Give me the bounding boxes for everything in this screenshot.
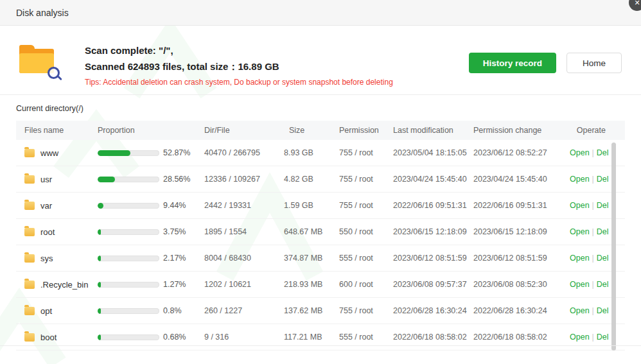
operate-cell: Open|Del <box>570 280 628 289</box>
folder-icon <box>24 281 35 289</box>
proportion-fill <box>98 256 101 261</box>
del-link[interactable]: Del <box>597 201 609 210</box>
del-link[interactable]: Del <box>597 227 609 236</box>
proportion-bar <box>98 150 159 156</box>
open-link[interactable]: Open <box>570 280 590 289</box>
bottom-divider <box>0 345 641 346</box>
column-header-files-name: Files name <box>16 126 98 135</box>
proportion-value: 52.87% <box>163 148 190 157</box>
table-row: .Recycle_bin 1.27% 1202 / 10621 218.93 M… <box>16 272 625 298</box>
table-scrollbar[interactable] <box>611 143 616 351</box>
permission-change: 2023/04/24 15:45:40 <box>473 175 570 184</box>
operate-cell: Open|Del <box>570 175 628 184</box>
file-name-cell: www <box>16 148 98 158</box>
permission: 600 / root <box>339 280 393 289</box>
file-name: .Recycle_bin <box>40 280 88 290</box>
permission: 555 / root <box>339 254 393 263</box>
folder-scan-icon <box>19 45 55 74</box>
proportion-value: 0.68% <box>163 333 186 342</box>
proportion-cell: 0.68% <box>98 333 204 342</box>
permission: 755 / root <box>339 148 393 157</box>
file-name-cell: usr <box>16 175 98 184</box>
file-name: usr <box>40 175 52 184</box>
del-link[interactable]: Del <box>597 148 609 157</box>
proportion-bar <box>98 282 159 288</box>
close-icon: ✕ <box>634 0 640 7</box>
file-name: opt <box>40 306 52 316</box>
permission-change: 2022/06/28 16:30:24 <box>473 306 570 315</box>
proportion-cell: 0.8% <box>98 306 204 315</box>
table-row: var 9.44% 2442 / 19331 1.59 GB 755 / roo… <box>16 193 625 219</box>
proportion-bar <box>98 203 159 209</box>
proportion-bar <box>98 256 159 261</box>
permission-change: 2022/06/18 08:58:02 <box>473 333 570 342</box>
folder-icon <box>24 307 35 315</box>
column-header-last-modification: Last modification <box>393 126 473 135</box>
column-header-permission: Permission <box>339 126 393 135</box>
column-header-dir-file: Dir/File <box>204 126 284 135</box>
link-separator: | <box>592 227 594 236</box>
file-name-cell: root <box>16 227 98 237</box>
dir-file-count: 40470 / 266795 <box>204 148 284 157</box>
open-link[interactable]: Open <box>570 175 590 184</box>
last-modification: 2023/05/04 18:15:05 <box>393 148 473 157</box>
history-record-button[interactable]: History record <box>469 53 556 73</box>
del-link[interactable]: Del <box>597 254 609 263</box>
dir-file-count: 1895 / 1554 <box>204 227 284 236</box>
open-link[interactable]: Open <box>570 148 590 157</box>
table-row: boot 0.68% 9 / 316 117.21 MB 555 / root … <box>16 324 625 351</box>
file-table: Files name Proportion Dir/File Size Perm… <box>16 121 625 351</box>
window-title: Disk analysis <box>16 8 69 18</box>
dir-file-count: 8004 / 68430 <box>204 254 284 263</box>
folder-icon <box>24 333 35 342</box>
dir-file-count: 9 / 316 <box>204 333 284 342</box>
window-titlebar: Disk analysis <box>0 0 641 26</box>
proportion-value: 3.75% <box>163 227 186 236</box>
open-link[interactable]: Open <box>570 227 590 236</box>
home-button[interactable]: Home <box>566 53 622 73</box>
proportion-value: 0.8% <box>163 306 182 315</box>
permission: 555 / root <box>339 333 393 342</box>
proportion-fill <box>98 282 101 288</box>
del-link[interactable]: Del <box>597 306 609 315</box>
column-header-permission-change: Permission change <box>473 126 570 135</box>
dir-file-count: 1202 / 10621 <box>204 280 284 289</box>
file-name-cell: opt <box>16 306 98 316</box>
operate-cell: Open|Del <box>570 306 628 315</box>
column-header-operate: Operate <box>570 126 625 135</box>
permission: 755 / root <box>339 175 393 184</box>
link-separator: | <box>592 306 594 315</box>
open-link[interactable]: Open <box>570 306 590 315</box>
del-link[interactable]: Del <box>597 333 609 342</box>
permission-change: 2023/06/12 08:52:27 <box>473 148 570 157</box>
del-link[interactable]: Del <box>597 175 609 184</box>
file-name-cell: .Recycle_bin <box>16 280 98 290</box>
table-row: root 3.75% 1895 / 1554 648.67 MB 550 / r… <box>16 219 625 245</box>
file-size: 8.93 GB <box>284 148 339 157</box>
last-modification: 2023/06/15 12:18:09 <box>393 227 473 236</box>
open-link[interactable]: Open <box>570 254 590 263</box>
operate-cell: Open|Del <box>570 148 628 157</box>
folder-icon <box>24 254 35 263</box>
link-separator: | <box>592 148 594 157</box>
permission-change: 2023/06/08 08:52:30 <box>473 280 570 289</box>
open-link[interactable]: Open <box>570 333 590 342</box>
dir-file-count: 260 / 1227 <box>204 306 284 315</box>
table-row: usr 28.56% 12336 / 109267 4.82 GB 755 / … <box>16 166 625 193</box>
table-row: sys 2.17% 8004 / 68430 374.87 MB 555 / r… <box>16 245 625 272</box>
file-name-cell: boot <box>16 333 98 342</box>
file-size: 648.67 MB <box>284 227 339 236</box>
scan-summary-section: Scan complete: "/", Scanned 624893 files… <box>0 26 641 95</box>
last-modification: 2022/06/28 16:30:24 <box>393 306 473 315</box>
open-link[interactable]: Open <box>570 201 590 210</box>
table-header: Files name Proportion Dir/File Size Perm… <box>16 121 625 140</box>
link-separator: | <box>592 254 594 263</box>
table-body: www 52.87% 40470 / 266795 8.93 GB 755 / … <box>16 140 625 351</box>
proportion-value: 1.27% <box>163 280 186 289</box>
file-size: 117.21 MB <box>284 333 339 342</box>
scan-status-line2: Scanned 624893 files, total size：16.89 G… <box>85 58 393 74</box>
folder-icon <box>24 202 35 210</box>
link-separator: | <box>592 175 594 184</box>
proportion-bar <box>98 229 159 235</box>
del-link[interactable]: Del <box>597 280 609 289</box>
